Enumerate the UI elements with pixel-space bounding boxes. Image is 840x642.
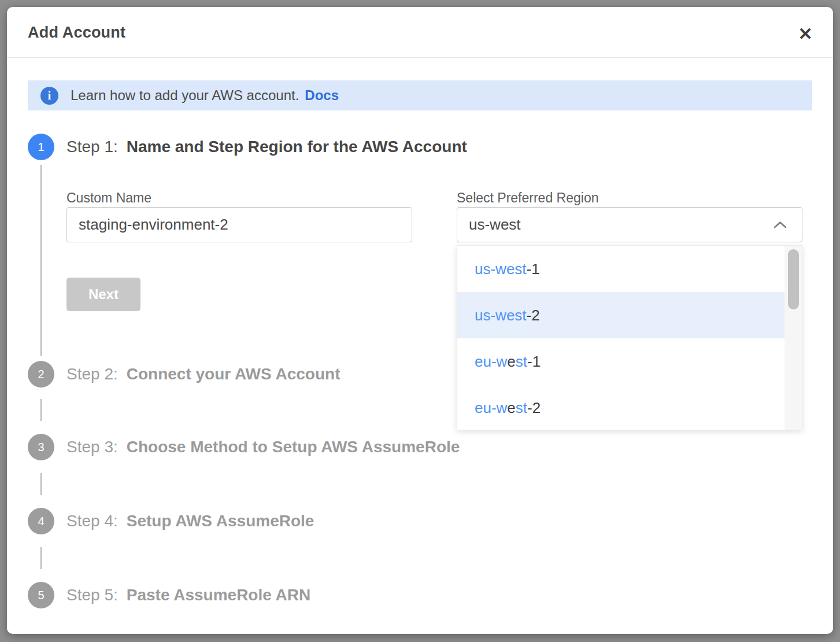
option-match-text: eu-w [475,399,507,417]
step5-badge: 5 [28,582,54,608]
info-banner: i Learn how to add your AWS account. Doc… [28,80,812,110]
region-combobox[interactable]: us-west [457,207,802,242]
banner-text: Learn how to add your AWS account. [71,87,299,104]
chevron-up-icon[interactable] [772,220,802,230]
step4-title: Setup AWS AssumeRole [127,512,314,530]
option-match-text: eu-w [475,353,507,371]
step5-heading: Step 5: Paste AssumeRole ARN [66,582,310,608]
step2-title: Connect your AWS Account [127,365,341,383]
region-value: us-west [457,216,772,234]
step2-badge: 2 [28,361,54,388]
region-option-us-west-1[interactable]: us-west-1 [457,246,785,292]
custom-name-label: Custom Name [66,190,151,206]
dropdown-scrollbar-track[interactable] [785,246,802,430]
step-connector-3-4 [40,473,42,495]
modal-title: Add Account [28,7,125,58]
option-plain-text: e [507,399,515,417]
modal-backdrop: Add Account ✕ i Learn how to add your AW… [0,0,840,642]
step2-prefix: Step 2: [66,365,118,383]
add-account-modal: Add Account ✕ i Learn how to add your AW… [7,7,833,634]
step5-prefix: Step 5: [66,586,118,604]
step2-heading: Step 2: Connect your AWS Account [66,361,340,388]
option-match-text: st [516,399,527,417]
step3-title: Choose Method to Setup AWS AssumeRole [127,438,460,456]
region-option-us-west-2[interactable]: us-west-2 [457,292,785,338]
region-option-eu-west-1[interactable]: eu-west-1 [457,338,785,385]
step1-title: Name and Step Region for the AWS Account [127,138,467,156]
option-plain-text: -1 [527,353,541,371]
option-match-text: us-west [475,260,527,278]
modal-header: Add Account ✕ [7,7,833,58]
step-connector-2-3 [40,399,42,421]
step1-heading: Step 1: Name and Step Region for the AWS… [66,134,467,160]
dropdown-scrollbar-thumb[interactable] [788,249,799,309]
step-connector-4-5 [40,547,42,569]
step3-heading: Step 3: Choose Method to Setup AWS Assum… [66,434,460,460]
step3-prefix: Step 3: [66,438,118,456]
option-plain-text: -1 [527,260,540,278]
option-match-text: us-west [475,307,527,324]
next-button[interactable]: Next [66,278,140,311]
step3-badge: 3 [28,434,54,460]
option-plain-text: e [507,353,515,371]
step5-title: Paste AssumeRole ARN [127,586,310,604]
region-option-eu-west-2[interactable]: eu-west-2 [457,385,785,431]
custom-name-input[interactable] [66,207,412,242]
step-connector-1-2 [40,165,42,356]
docs-link[interactable]: Docs [305,87,339,104]
option-plain-text: -2 [527,399,541,417]
close-icon[interactable]: ✕ [793,21,818,46]
option-match-text: st [516,353,527,371]
option-plain-text: -2 [527,307,540,324]
step4-badge: 4 [28,508,54,534]
step4-prefix: Step 4: [66,512,118,530]
region-dropdown-list: us-west-1 us-west-2 eu-west-1 eu-west-2 [457,245,802,430]
step4-heading: Step 4: Setup AWS AssumeRole [66,508,314,534]
info-icon: i [40,87,58,105]
step1-prefix: Step 1: [66,138,118,156]
region-label: Select Preferred Region [457,190,598,206]
step1-badge: 1 [28,134,54,160]
